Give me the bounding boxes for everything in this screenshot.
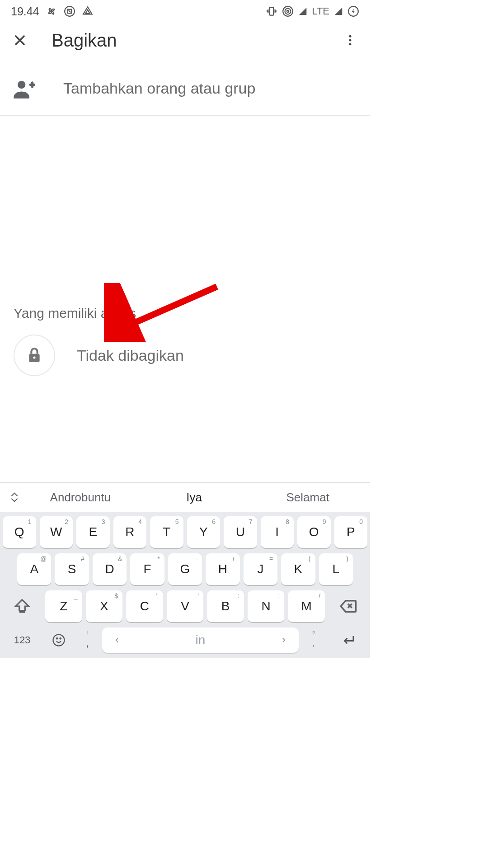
share-header: Bagikan bbox=[0, 23, 370, 58]
key-l[interactable]: )L bbox=[319, 553, 353, 585]
key-o[interactable]: 9O bbox=[297, 516, 331, 548]
chevron-right-icon bbox=[280, 636, 288, 644]
spacebar-key[interactable]: in bbox=[102, 627, 299, 653]
add-people-row[interactable]: Tambahkan orang atau grup bbox=[0, 61, 370, 116]
keyboard: Androbuntu Iya Selamat 1Q 2W 3E 4R 5T 6Y… bbox=[0, 482, 370, 658]
access-state-row[interactable]: Tidak dibagikan bbox=[14, 335, 357, 376]
drive-icon bbox=[82, 5, 94, 17]
enter-key[interactable] bbox=[328, 627, 367, 653]
key-m[interactable]: /M bbox=[288, 590, 325, 622]
numeric-toggle-key[interactable]: 123 bbox=[3, 627, 42, 653]
svg-point-8 bbox=[349, 39, 352, 42]
key-q[interactable]: 1Q bbox=[3, 516, 36, 548]
status-right: LTE bbox=[266, 5, 359, 17]
key-y[interactable]: 6Y bbox=[187, 516, 221, 548]
more-options-button[interactable] bbox=[337, 27, 364, 54]
key-h[interactable]: +H bbox=[206, 553, 239, 585]
key-p[interactable]: 0P bbox=[334, 516, 368, 548]
network-type: LTE bbox=[312, 5, 329, 17]
svg-point-9 bbox=[349, 43, 352, 45]
keyboard-row-2: @A #S &D *F -G +H =J (K )L bbox=[3, 553, 367, 585]
svg-point-15 bbox=[56, 638, 58, 639]
svg-point-16 bbox=[60, 638, 61, 639]
comma-key[interactable]: !, bbox=[76, 627, 99, 653]
key-a[interactable]: @A bbox=[17, 553, 51, 585]
svg-point-7 bbox=[349, 35, 352, 38]
lock-icon bbox=[25, 346, 43, 364]
access-section-title: Yang memiliki akses bbox=[14, 306, 357, 321]
key-k[interactable]: (K bbox=[281, 553, 315, 585]
more-vertical-icon bbox=[343, 33, 357, 47]
key-x[interactable]: $X bbox=[86, 590, 123, 622]
expand-keyboard-button[interactable] bbox=[5, 492, 23, 503]
signal-icon bbox=[298, 7, 307, 16]
key-c[interactable]: "C bbox=[126, 590, 163, 622]
key-u[interactable]: 7U bbox=[224, 516, 257, 548]
person-add-icon bbox=[12, 77, 35, 100]
suggestion-1[interactable]: Androbuntu bbox=[23, 491, 137, 505]
space-language-label: in bbox=[196, 633, 206, 647]
close-button[interactable] bbox=[6, 27, 33, 54]
close-icon bbox=[12, 32, 28, 48]
emoji-key[interactable] bbox=[45, 627, 72, 653]
svg-point-14 bbox=[53, 635, 65, 646]
chevron-down-icon bbox=[10, 497, 19, 503]
signal-icon-2 bbox=[334, 7, 343, 16]
suggestion-3[interactable]: Selamat bbox=[251, 491, 365, 505]
add-people-input[interactable]: Tambahkan orang atau grup bbox=[63, 80, 255, 97]
shift-icon bbox=[14, 598, 31, 615]
key-i[interactable]: 8I bbox=[261, 516, 294, 548]
smiley-icon bbox=[52, 633, 66, 647]
backspace-icon bbox=[338, 597, 357, 616]
key-b[interactable]: :B bbox=[207, 590, 244, 622]
keyboard-row-1: 1Q 2W 3E 4R 5T 6Y 7U 8I 9O 0P bbox=[3, 516, 367, 548]
pinwheel-icon bbox=[46, 5, 57, 17]
lock-avatar bbox=[14, 335, 55, 376]
key-d[interactable]: &D bbox=[93, 553, 127, 585]
backspace-key[interactable] bbox=[328, 590, 367, 622]
svg-rect-2 bbox=[270, 7, 274, 15]
cast-icon bbox=[64, 5, 75, 17]
status-left: 19.44 bbox=[11, 5, 94, 18]
chevron-up-icon bbox=[10, 492, 19, 497]
key-j[interactable]: =J bbox=[244, 553, 277, 585]
shift-key[interactable] bbox=[3, 590, 42, 622]
page-title: Bagikan bbox=[52, 30, 337, 51]
key-g[interactable]: -G bbox=[168, 553, 202, 585]
chevron-left-icon bbox=[113, 636, 121, 644]
suggestion-2[interactable]: Iya bbox=[137, 491, 251, 505]
key-e[interactable]: 3E bbox=[76, 516, 110, 548]
status-bar: 19.44 LTE bbox=[0, 0, 370, 23]
keyboard-suggestion-bar: Androbuntu Iya Selamat bbox=[0, 483, 370, 512]
key-t[interactable]: 5T bbox=[150, 516, 183, 548]
vibrate-icon bbox=[266, 5, 277, 17]
status-time: 19.44 bbox=[11, 5, 39, 18]
key-r[interactable]: 4R bbox=[113, 516, 147, 548]
hotspot-icon bbox=[282, 5, 294, 17]
svg-point-10 bbox=[18, 80, 25, 88]
key-f[interactable]: *F bbox=[130, 553, 164, 585]
key-v[interactable]: 'V bbox=[167, 590, 204, 622]
key-z[interactable]: _Z bbox=[45, 590, 82, 622]
svg-point-3 bbox=[287, 10, 289, 12]
key-w[interactable]: 2W bbox=[40, 516, 73, 548]
key-n[interactable]: ;N bbox=[248, 590, 285, 622]
period-key[interactable]: ?. bbox=[302, 627, 325, 653]
enter-icon bbox=[340, 632, 356, 648]
access-state-label: Tidak dibagikan bbox=[77, 347, 184, 364]
keyboard-bottom-row: 123 !, in ?. bbox=[0, 627, 370, 658]
svg-point-12 bbox=[33, 357, 36, 359]
svg-point-4 bbox=[285, 9, 291, 14]
access-section: Yang memiliki akses Tidak dibagikan bbox=[0, 306, 370, 376]
keyboard-row-3: _Z $X "C 'V :B ;N /M bbox=[3, 590, 367, 622]
battery-charging-icon bbox=[347, 5, 359, 17]
key-s[interactable]: #S bbox=[55, 553, 89, 585]
